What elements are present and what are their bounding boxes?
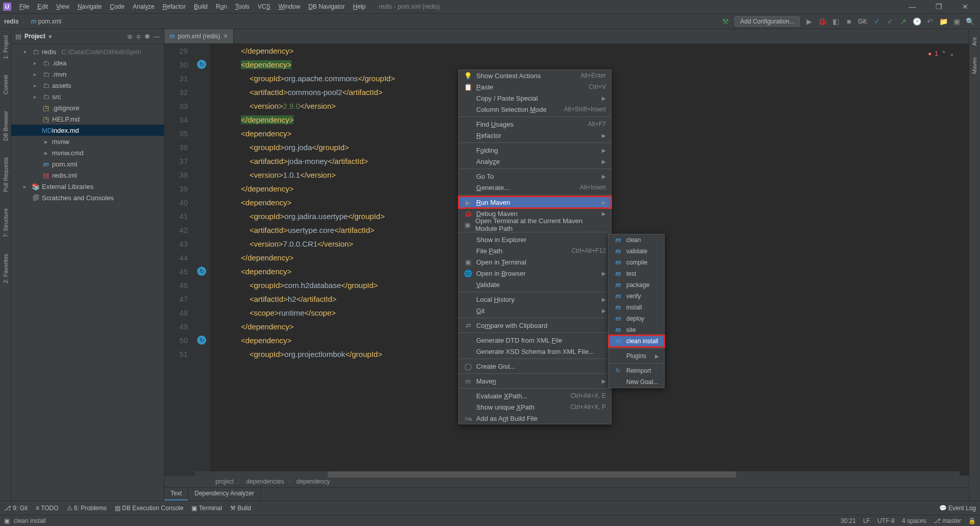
- sub-tab-text[interactable]: Text: [164, 488, 188, 500]
- breadcrumb-root[interactable]: redis: [2, 18, 21, 25]
- breadcrumb-dependency[interactable]: dependency: [297, 478, 330, 485]
- vcs-icon[interactable]: 📁: [939, 17, 947, 26]
- git-push-icon[interactable]: ↗: [899, 17, 908, 26]
- menu-file[interactable]: File: [15, 2, 33, 12]
- tool-problems[interactable]: ⚠ 6: Problems: [67, 505, 107, 512]
- maven-plugins[interactable]: Plugins▶: [609, 350, 664, 362]
- ctx-paste[interactable]: 📋PasteCtrl+V: [459, 81, 611, 92]
- line-separator[interactable]: LF: [863, 517, 870, 524]
- prev-error-icon[interactable]: ⌃: [941, 47, 946, 61]
- menu-vcs[interactable]: VCS: [254, 2, 275, 12]
- coverage-icon[interactable]: ◧: [831, 17, 840, 26]
- ctx-find-usages[interactable]: Find UsagesAlt+F7: [459, 118, 611, 130]
- ctx-open-in-terminal[interactable]: ▣Open in Terminal: [459, 256, 611, 268]
- ctx-open-terminal-at-the-current-maven-module-path[interactable]: ▣Open Terminal at the Current Maven Modu…: [459, 219, 611, 230]
- chevron-down-icon[interactable]: ▾: [48, 33, 52, 40]
- maven-goal-deploy[interactable]: mdeploy: [609, 313, 664, 324]
- ctx-evaluate-xpath-[interactable]: Evaluate XPath...Ctrl+Alt+X, E: [459, 390, 611, 401]
- git-commit-icon[interactable]: ✓: [886, 17, 894, 26]
- maven-goal-package[interactable]: mpackage: [609, 279, 664, 291]
- menu-build[interactable]: Build: [190, 2, 212, 12]
- tree-item-redis-iml[interactable]: ▤redis.iml: [11, 170, 164, 181]
- tree-item-mvnw[interactable]: ▸mvnw: [11, 136, 164, 147]
- ctx-compare-with-clipboard[interactable]: ⇄Compare with Clipboard: [459, 320, 611, 331]
- close-tab-icon[interactable]: ✕: [223, 33, 228, 40]
- project-tree[interactable]: ▾🗀redisC:\Data\Code\GitHub\Sprin▸🗀.idea▸…: [11, 44, 164, 205]
- ctx-copy-paste-special[interactable]: Copy / Paste Special▶: [459, 92, 611, 104]
- tree-item-help-md[interactable]: ◳HELP.md: [11, 113, 164, 125]
- maven-goal-clean[interactable]: mclean: [609, 234, 664, 246]
- maven-goal-test[interactable]: mtest: [609, 268, 664, 279]
- left-tool-commit[interactable]: Commit: [3, 72, 9, 98]
- left-tool-2--favorites[interactable]: 2: Favorites: [3, 251, 9, 286]
- run-marker-icon[interactable]: [197, 336, 206, 345]
- tree-item-assets[interactable]: ▸🗀assets: [11, 80, 164, 91]
- menu-db-navigator[interactable]: DB Navigator: [304, 2, 349, 12]
- tree-item--idea[interactable]: ▸🗀.idea: [11, 57, 164, 68]
- left-tool-1--project[interactable]: 1: Project: [3, 32, 9, 62]
- run-marker-icon[interactable]: [197, 60, 206, 69]
- encoding[interactable]: UTF-8: [877, 517, 895, 524]
- editor-tab[interactable]: m pom.xml (redis) ✕: [164, 29, 234, 43]
- maven-goal-validate[interactable]: mvalidate: [609, 246, 664, 257]
- ctx-git[interactable]: Git▶: [459, 305, 611, 316]
- breadcrumb-dependencies[interactable]: dependencies: [246, 478, 284, 485]
- tool-todo[interactable]: ≡ TODO: [36, 505, 59, 512]
- maven-goal-site[interactable]: msite: [609, 324, 664, 336]
- ctx-run-maven[interactable]: ▶Run Maven▶: [459, 197, 611, 208]
- ctx-maven[interactable]: mMaven▶: [459, 375, 611, 387]
- run-marker-icon[interactable]: [197, 267, 206, 276]
- git-branch[interactable]: ⎇ master: [934, 517, 961, 524]
- caret-position[interactable]: 30:21: [841, 517, 856, 524]
- maven-goal-clean-install[interactable]: mclean install: [609, 336, 664, 347]
- debug-icon[interactable]: 🐞: [818, 17, 826, 26]
- ctx-generate-dtd-from-xml-file[interactable]: Generate DTD from XML File: [459, 334, 611, 346]
- maven-reimport[interactable]: ↻Reimport: [609, 365, 664, 376]
- breadcrumb-project[interactable]: project: [215, 478, 234, 485]
- hide-icon[interactable]: —: [153, 33, 160, 40]
- expand-icon[interactable]: ≑: [136, 33, 141, 40]
- tree-item-index-md[interactable]: MDindex.md: [11, 125, 164, 136]
- settings-icon[interactable]: ✱: [144, 33, 150, 40]
- tree-item-pom-xml[interactable]: mpom.xml: [11, 158, 164, 170]
- error-indicator[interactable]: ● 1 ⌃ ⌄: [928, 47, 954, 61]
- search-icon[interactable]: 🔍: [966, 17, 974, 26]
- tree-item-scratches-and-consoles[interactable]: 🗐Scratches and Consoles: [11, 192, 164, 203]
- git-update-icon[interactable]: ✓: [873, 17, 881, 26]
- history-icon[interactable]: 🕑: [913, 17, 921, 26]
- sub-tab-dependency-analyzer[interactable]: Dependency Analyzer: [188, 488, 261, 500]
- status-icon[interactable]: ▣: [4, 517, 10, 524]
- ctx-analyze[interactable]: Analyze▶: [459, 156, 611, 167]
- ctx-validate[interactable]: Validate: [459, 279, 611, 290]
- left-tool-7--structure[interactable]: 7: Structure: [3, 205, 9, 241]
- tree-item--gitignore[interactable]: ◳.gitignore: [11, 102, 164, 113]
- revert-icon[interactable]: ↶: [926, 17, 934, 26]
- tree-item--mvn[interactable]: ▸🗀.mvn: [11, 68, 164, 80]
- ctx-create-gist-[interactable]: ◯Create Gist...: [459, 361, 611, 372]
- ctx-local-history[interactable]: Local History▶: [459, 294, 611, 305]
- menu-tools[interactable]: Tools: [231, 2, 254, 12]
- select-opened-icon[interactable]: ⊕: [127, 33, 133, 40]
- menu-edit[interactable]: Edit: [33, 2, 52, 12]
- ctx-file-path[interactable]: File PathCtrl+Alt+F12: [459, 245, 611, 256]
- menu-window[interactable]: Window: [274, 2, 304, 12]
- left-tool-db-browser[interactable]: DB Browser: [3, 108, 9, 144]
- menu-run[interactable]: Run: [212, 2, 231, 12]
- indent[interactable]: 4 spaces: [902, 517, 926, 524]
- ctx-folding[interactable]: Folding▶: [459, 145, 611, 156]
- stop-icon[interactable]: ■: [845, 17, 853, 26]
- right-tool-maven[interactable]: Maven: [971, 54, 977, 77]
- tool-build[interactable]: ⚒ Build: [230, 505, 251, 512]
- menu-code[interactable]: Code: [106, 2, 129, 12]
- tool-eventlog[interactable]: 💬 Event Log: [939, 505, 976, 512]
- context-menu[interactable]: 💡Show Context ActionsAlt+Enter📋PasteCtrl…: [458, 69, 611, 424]
- build-icon[interactable]: ⚒: [721, 17, 729, 26]
- maven-goal-install[interactable]: minstall: [609, 302, 664, 313]
- tree-item-redis[interactable]: ▾🗀redisC:\Data\Code\GitHub\Sprin: [11, 46, 164, 57]
- ctx-column-selection-mode[interactable]: Column Selection ModeAlt+Shift+Insert: [459, 104, 611, 115]
- close-button[interactable]: ✕: [957, 3, 974, 11]
- menu-refactor[interactable]: Refactor: [159, 2, 190, 12]
- horizontal-scrollbar[interactable]: [195, 471, 960, 477]
- add-configuration-button[interactable]: Add Configuration...: [734, 16, 800, 27]
- ctx-show-in-explorer[interactable]: Show in Explorer: [459, 234, 611, 245]
